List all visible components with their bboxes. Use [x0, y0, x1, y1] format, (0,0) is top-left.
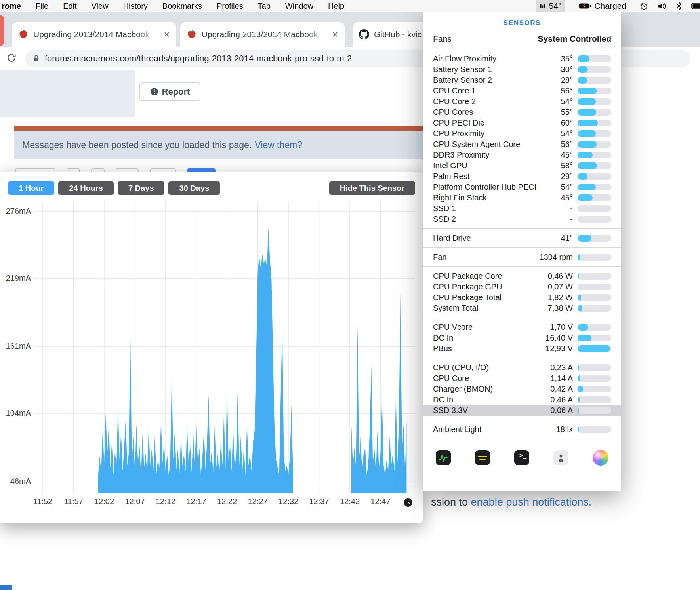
enable-push-notifications-link[interactable]: enable push notifications.	[471, 496, 592, 508]
sensor-row-fan[interactable]: Fan1304 rpm	[423, 252, 621, 263]
fans-row[interactable]: Fans System Controlled	[423, 32, 621, 49]
sensor-row-cpu-peci-die[interactable]: CPU PECI Die60°	[423, 118, 621, 128]
sensor-row-hard-drive[interactable]: Hard Drive41°	[423, 233, 621, 244]
app-menu-name[interactable]: rome	[2, 2, 21, 11]
x-tick-label: 11:57	[57, 497, 90, 506]
console-warning-icon[interactable]	[475, 450, 490, 465]
sensor-row-dc-in[interactable]: DC In16,40 V	[423, 333, 621, 343]
sensor-value: 1,70 V	[550, 323, 573, 332]
menu-help[interactable]: Help	[328, 2, 344, 11]
sensor-gauge	[578, 407, 611, 414]
battery-bolt-icon	[579, 2, 591, 10]
sensor-label: Charger (BMON)	[433, 384, 550, 394]
sensor-row-charger-bmon[interactable]: Charger (BMON)0,42 A	[423, 384, 621, 394]
browser-tab-1[interactable]: Upgrading 2013/2014 Macbook✕	[12, 22, 176, 47]
sensor-row-ddr3-proximity[interactable]: DDR3 Proximity45°	[423, 150, 621, 160]
sensor-group: Ambient Light18 lx	[423, 420, 621, 439]
sensor-row-cpu-core-2[interactable]: CPU Core 254°	[423, 96, 621, 107]
sensor-label: CPU Cores	[433, 108, 561, 117]
report-button[interactable]: Report	[139, 82, 200, 101]
sensor-row-ambient-light[interactable]: Ambient Light18 lx	[423, 424, 621, 435]
battery-icon[interactable]	[691, 2, 700, 10]
sensor-label: SSD 3.3V	[433, 406, 550, 415]
sensor-row-cpu-proximity[interactable]: CPU Proximity54°	[423, 128, 621, 139]
sensor-row-cpu-package-gpu[interactable]: CPU Package GPU0,07 W	[423, 282, 621, 292]
sensor-gauge-fill	[578, 120, 598, 126]
bluetooth-icon[interactable]	[676, 2, 682, 10]
sensor-group: CPU Package Core0,46 WCPU Package GPU0,0…	[423, 266, 621, 318]
menu-profiles[interactable]: Profiles	[217, 2, 243, 11]
menu-file[interactable]: File	[36, 2, 48, 11]
sensor-history-window: 1 Hour24 Hours7 Days30 DaysHide This Sen…	[0, 172, 423, 523]
sensor-row-intel-gpu[interactable]: Intel GPU58°	[423, 160, 621, 171]
sensor-value: 1,14 A	[550, 374, 573, 383]
sensor-gauge	[578, 294, 611, 301]
battery-status-menu[interactable]: Charged	[575, 0, 630, 12]
tab-close-icon[interactable]: ✕	[332, 30, 338, 39]
sensor-row-ssd-2[interactable]: SSD 2-	[423, 214, 621, 225]
view-them-link[interactable]: View them?	[255, 140, 302, 150]
volume-icon[interactable]	[658, 2, 667, 10]
sensor-label: Battery Sensor 1	[433, 65, 561, 74]
push-notification-text: ssion to enable push notifications.	[431, 496, 591, 508]
sensor-row-air-flow-proximity[interactable]: Air Flow Proximity35°	[423, 53, 621, 64]
menu-view[interactable]: View	[92, 2, 109, 11]
sensor-value: 0,46 W	[548, 272, 573, 281]
sensor-label: CPU (CPU, I/O)	[433, 363, 550, 372]
fans-value: System Controlled	[538, 34, 611, 44]
sensor-gauge	[578, 55, 611, 62]
sensor-row-cpu-cores[interactable]: CPU Cores55°	[423, 107, 621, 118]
x-tick-label: 12:17	[180, 497, 213, 506]
sensor-row-cpu-cpu-i-o[interactable]: CPU (CPU, I/O)0,23 A	[423, 362, 621, 373]
color-sphere-icon[interactable]	[593, 450, 608, 466]
tab-close-icon[interactable]: ✕	[164, 30, 170, 39]
sensor-gauge-fill	[578, 109, 596, 116]
sensor-row-cpu-core[interactable]: CPU Core1,14 A	[423, 373, 621, 384]
menu-edit[interactable]: Edit	[63, 2, 76, 11]
sensor-row-palm-rest[interactable]: Palm Rest29°	[423, 171, 621, 182]
sensor-value: 30°	[561, 65, 573, 74]
sensor-gauge	[578, 284, 611, 290]
sensor-row-cpu-core-1[interactable]: CPU Core 156°	[423, 86, 621, 96]
sensors-panel: SENSORS Fans System Controlled Air Flow …	[423, 12, 621, 491]
reload-icon[interactable]	[6, 53, 17, 65]
sensor-row-cpu-package-core[interactable]: CPU Package Core0,46 W	[423, 271, 621, 282]
sensor-row-ssd-3-3v[interactable]: SSD 3.3V0,06 A	[423, 405, 621, 416]
istat-activity-icon[interactable]	[436, 450, 451, 465]
menu-bookmarks[interactable]: Bookmarks	[162, 2, 202, 11]
sensor-row-cpu-vcore[interactable]: CPU Vcore1,70 V	[423, 322, 621, 333]
sensor-row-battery-sensor-1[interactable]: Battery Sensor 130°	[423, 64, 621, 75]
sensor-row-pbus[interactable]: PBus12,93 V	[423, 343, 621, 354]
istat-temperature-menu[interactable]: 54°	[536, 0, 566, 12]
macrumors-favicon	[187, 29, 197, 40]
sensor-row-dc-in[interactable]: DC In0,46 A	[423, 394, 621, 405]
menu-window[interactable]: Window	[285, 2, 313, 11]
sensor-row-cpu-package-total[interactable]: CPU Package Total1,82 W	[423, 292, 621, 303]
menu-history[interactable]: History	[123, 2, 148, 11]
menubar: rome FileEditViewHistoryBookmarksProfile…	[0, 0, 700, 12]
sensor-value: 41°	[561, 234, 573, 243]
window-close-button[interactable]	[0, 15, 4, 46]
sensor-row-ssd-1[interactable]: SSD 1-	[423, 203, 621, 214]
x-tick-label: 12:47	[364, 497, 397, 506]
sensor-gauge	[578, 305, 611, 312]
sensor-value: 54°	[561, 129, 573, 138]
robot-figure-icon[interactable]	[553, 450, 568, 465]
browser-tab-2[interactable]: Upgrading 2013/2014 Macbook✕	[180, 22, 345, 47]
sensor-row-battery-sensor-2[interactable]: Battery Sensor 228°	[423, 75, 621, 86]
sensor-value: 0,46 A	[550, 395, 573, 404]
sensor-row-cpu-system-agent-core[interactable]: CPU System Agent Core56°	[423, 139, 621, 150]
sensor-gauge	[578, 216, 611, 223]
sensor-value: 54°	[561, 183, 573, 192]
menu-tab[interactable]: Tab	[258, 2, 271, 11]
terminal-icon[interactable]: >_	[514, 450, 529, 465]
sensor-gauge-fill	[578, 66, 588, 73]
sensor-row-system-total[interactable]: System Total7,38 W	[423, 303, 621, 314]
time-machine-icon[interactable]	[640, 2, 648, 10]
sensor-gauge	[578, 77, 611, 84]
sensor-group: Air Flow Proximity35°Battery Sensor 130°…	[423, 49, 621, 228]
sensor-row-platform-controller-hub-peci[interactable]: Platform Controller Hub PECI54°	[423, 182, 621, 192]
sensor-gauge-fill	[578, 162, 597, 169]
clock-icon[interactable]	[403, 498, 413, 507]
sensor-row-right-fin-stack[interactable]: Right Fin Stack45°	[423, 192, 621, 203]
